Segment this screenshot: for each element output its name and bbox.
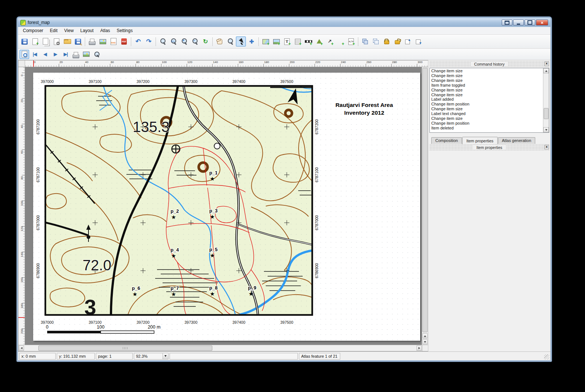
- first-feature-icon[interactable]: |◀: [30, 50, 39, 59]
- window-extra-button[interactable]: [502, 20, 512, 25]
- chevron-down-icon[interactable]: [163, 353, 168, 359]
- command-history-item[interactable]: Change item size: [430, 107, 543, 111]
- export-image-icon[interactable]: [98, 37, 108, 46]
- menu-item[interactable]: View: [61, 27, 77, 34]
- command-history-item[interactable]: Label added: [430, 97, 543, 102]
- close-icon[interactable]: [544, 145, 549, 149]
- last-feature-icon[interactable]: ▶|: [61, 50, 70, 59]
- add-table-icon[interactable]: [335, 37, 345, 46]
- scrollbar-thumb[interactable]: [38, 346, 212, 351]
- title-bar[interactable]: forest_map: [18, 18, 550, 27]
- lower-items-icon[interactable]: ▼: [414, 37, 424, 46]
- zoom-actual-icon[interactable]: 1:1: [168, 37, 178, 46]
- add-scalebar-icon[interactable]: [303, 37, 313, 46]
- tab-atlas-generation[interactable]: Atlas generation: [498, 137, 536, 144]
- duplicate-composer-icon[interactable]: [41, 37, 51, 46]
- svg-text:100: 100: [97, 325, 105, 330]
- atlas-settings-icon[interactable]: [92, 50, 101, 59]
- export-pdf-icon[interactable]: PDF: [119, 37, 129, 46]
- menu-item[interactable]: Edit: [46, 27, 61, 34]
- tab-item-properties[interactable]: Item properties: [462, 137, 497, 144]
- map-item[interactable]: ★p_1 ★p_2 ★p_3 ★p_4 ★p_5 ★p_6 ★p_7 ★p_8: [45, 85, 313, 319]
- zoom-out-icon[interactable]: −: [190, 37, 200, 46]
- ungroup-items-icon[interactable]: [371, 37, 381, 46]
- menu-item[interactable]: Composer: [20, 27, 46, 34]
- command-history-item[interactable]: Change item size: [430, 78, 543, 83]
- load-template-icon[interactable]: [62, 37, 72, 46]
- add-arrow-icon[interactable]: ↗: [325, 37, 335, 46]
- select-move-item-icon[interactable]: [236, 37, 246, 46]
- command-history-item[interactable]: Change item position: [430, 102, 543, 107]
- add-legend-icon[interactable]: [293, 37, 303, 46]
- horizontal-ruler: 0204060801001201401601802002202402602803…: [25, 60, 428, 67]
- command-history-item[interactable]: Change item size: [430, 88, 543, 93]
- menu-item[interactable]: Settings: [114, 27, 136, 34]
- minimize-button[interactable]: [513, 20, 524, 25]
- command-history-item[interactable]: Change item position: [430, 121, 543, 126]
- refresh-view-icon[interactable]: ↻: [201, 37, 210, 46]
- horizontal-scrollbar[interactable]: [18, 345, 422, 351]
- export-svg-icon[interactable]: SVG: [108, 37, 118, 46]
- menu-item[interactable]: Atlas: [97, 27, 114, 34]
- scrollbar-thumb[interactable]: [422, 68, 428, 332]
- command-history-item[interactable]: Change item size: [430, 73, 543, 78]
- save-template-icon[interactable]: ✎: [73, 37, 83, 46]
- status-bar: x: 0 mm y: 191.132 mm page: 1 92.3% Atla…: [18, 351, 550, 360]
- redo-icon[interactable]: ↷: [144, 37, 154, 46]
- scrollbar-thumb[interactable]: [544, 108, 549, 119]
- menu-item[interactable]: Layout: [77, 27, 97, 34]
- scroll-left-icon[interactable]: [19, 346, 24, 351]
- zoom-in-icon[interactable]: +: [179, 37, 189, 46]
- command-history-header[interactable]: Command history: [429, 61, 550, 67]
- scroll-down-icon[interactable]: [543, 127, 549, 132]
- add-html-icon[interactable]: </>: [346, 37, 356, 46]
- close-button[interactable]: [536, 20, 548, 25]
- command-history-item[interactable]: Item frame toggled: [430, 83, 543, 88]
- maximize-button[interactable]: [525, 20, 535, 25]
- svg-text:p_1: p_1: [209, 170, 217, 176]
- move-item-content-icon[interactable]: ✚: [247, 37, 257, 46]
- new-composer-icon[interactable]: [30, 37, 40, 46]
- add-map-icon[interactable]: [261, 37, 271, 46]
- lock-items-icon[interactable]: [382, 37, 391, 46]
- next-feature-icon[interactable]: ▶: [51, 50, 60, 59]
- undo-icon[interactable]: ↶: [133, 37, 143, 46]
- toolbar-separator: [84, 37, 86, 46]
- scroll-down-icon[interactable]: [422, 339, 428, 344]
- preview-atlas-icon[interactable]: [20, 50, 29, 59]
- command-history-item[interactable]: Change item size: [430, 93, 543, 97]
- command-history-item[interactable]: Label text changed: [430, 111, 543, 116]
- add-label-icon[interactable]: T: [282, 37, 292, 46]
- command-history-item[interactable]: Item deleted: [430, 126, 543, 131]
- composer-manager-icon[interactable]: [52, 37, 62, 46]
- vertical-scrollbar[interactable]: [422, 67, 428, 345]
- group-items-icon[interactable]: [360, 37, 370, 46]
- unlock-items-icon[interactable]: [392, 37, 402, 46]
- zoom-combobox[interactable]: 92.3%: [134, 353, 168, 360]
- composition-page[interactable]: ★p_1 ★p_2 ★p_3 ★p_4 ★p_5 ★p_6 ★p_7 ★p_8: [33, 73, 420, 341]
- raise-items-icon[interactable]: ▲: [403, 37, 413, 46]
- print-atlas-icon[interactable]: [71, 50, 81, 59]
- command-history-list[interactable]: Change item sizeChange item sizeChange i…: [430, 68, 543, 132]
- scroll-up-icon[interactable]: [543, 68, 549, 73]
- close-icon[interactable]: [544, 62, 549, 66]
- export-atlas-icon[interactable]: [81, 50, 91, 59]
- atlas-toolbar: |◀◀▶▶|: [18, 49, 550, 60]
- tab-composition[interactable]: Composition: [431, 137, 462, 144]
- scroll-up-icon[interactable]: [422, 333, 428, 339]
- command-history-scrollbar[interactable]: [543, 68, 549, 132]
- add-image-icon[interactable]: [271, 37, 281, 46]
- previous-feature-icon[interactable]: ◀: [40, 50, 50, 59]
- pan-icon[interactable]: [215, 37, 224, 46]
- command-history-item[interactable]: Change item size: [430, 116, 543, 121]
- resize-grip[interactable]: [544, 354, 549, 360]
- zoom-full-icon[interactable]: [158, 37, 168, 46]
- command-history-item[interactable]: Change item size: [430, 69, 543, 73]
- scroll-right-icon[interactable]: [417, 346, 422, 351]
- zoom-tool-icon[interactable]: [225, 37, 235, 46]
- add-shape-icon[interactable]: [314, 37, 324, 46]
- composer-viewport[interactable]: ★p_1 ★p_2 ★p_3 ★p_4 ★p_5 ★p_6 ★p_7 ★p_8: [25, 67, 422, 345]
- item-properties-header[interactable]: Item properties: [429, 144, 550, 150]
- print-icon[interactable]: [87, 37, 97, 46]
- save-project-icon[interactable]: [20, 37, 29, 46]
